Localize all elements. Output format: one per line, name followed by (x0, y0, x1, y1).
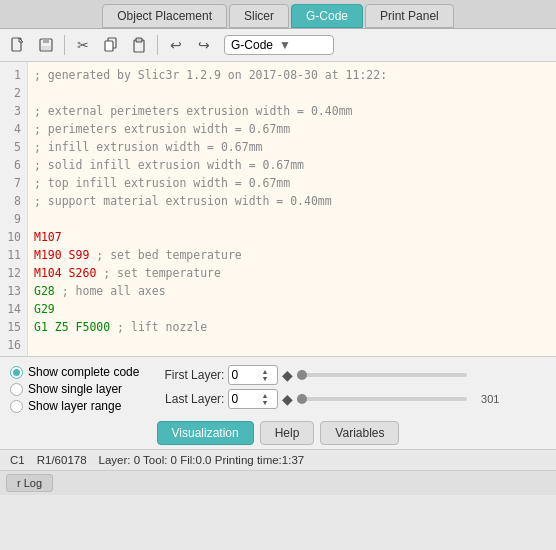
radio-single-btn[interactable] (10, 383, 23, 396)
code-content[interactable]: ; generated by Slic3r 1.2.9 on 2017-08-3… (28, 62, 556, 356)
undo-icon[interactable]: ↩ (164, 33, 188, 57)
status-bar: C1 R1/60178 Layer: 0 Tool: 0 Fil:0.0 Pri… (0, 449, 556, 470)
line-number: 8 (0, 192, 27, 210)
code-line[interactable]: ; external perimeters extrusion width = … (34, 102, 550, 120)
cursor-position: C1 (10, 454, 25, 466)
copy-icon[interactable] (99, 33, 123, 57)
code-line[interactable]: M190 S99 ; set bed temperature (34, 246, 550, 264)
paste-icon[interactable] (127, 33, 151, 57)
last-layer-arrows[interactable]: ▲ ▼ (261, 392, 268, 406)
code-editor[interactable]: 12345678910111213141516 ; generated by S… (0, 62, 556, 357)
first-layer-label: First Layer: (149, 368, 224, 382)
radio-group: Show complete code Show single layer Sho… (10, 365, 139, 413)
controls-row: Show complete code Show single layer Sho… (10, 365, 546, 413)
last-layer-diamond: ◆ (282, 391, 293, 407)
last-layer-label: Last Layer: (149, 392, 224, 406)
last-layer-slider[interactable] (297, 397, 467, 401)
line-number: 10 (0, 228, 27, 246)
radio-complete-btn[interactable] (10, 366, 23, 379)
first-layer-input[interactable] (231, 368, 261, 382)
layers-sliders: First Layer: ▲ ▼ ◆ Last Layer: ▲ (149, 365, 546, 409)
help-button[interactable]: Help (260, 421, 315, 445)
action-buttons: Visualization Help Variables (10, 421, 546, 445)
code-line[interactable]: G29 (34, 300, 550, 318)
last-layer-spinner[interactable]: ▲ ▼ (228, 389, 278, 409)
tab-slicer[interactable]: Slicer (229, 4, 289, 28)
code-line[interactable]: M104 S260 ; set temperature (34, 264, 550, 282)
save-icon[interactable] (34, 33, 58, 57)
radio-show-complete[interactable]: Show complete code (10, 365, 139, 379)
layer-info: Layer: 0 Tool: 0 Fil:0.0 Printing time:1… (99, 454, 305, 466)
code-line[interactable]: ; infill extrusion width = 0.67mm (34, 138, 550, 156)
variables-button[interactable]: Variables (320, 421, 399, 445)
log-button[interactable]: r Log (6, 474, 53, 492)
line-number: 1 (0, 66, 27, 84)
gcode-dropdown[interactable]: G-Code ▼ (224, 35, 334, 55)
code-line[interactable]: ; generated by Slic3r 1.2.9 on 2017-08-3… (34, 66, 550, 84)
dropdown-label: G-Code (231, 38, 279, 52)
code-line[interactable]: ; solid infill extrusion width = 0.67mm (34, 156, 550, 174)
code-line[interactable]: G28 ; home all axes (34, 282, 550, 300)
visualization-button[interactable]: Visualization (157, 421, 254, 445)
radio-show-range[interactable]: Show layer range (10, 399, 139, 413)
line-number: 15 (0, 318, 27, 336)
toolbar-separator-2 (157, 35, 158, 55)
first-layer-spinner[interactable]: ▲ ▼ (228, 365, 278, 385)
toolbar: ✂ ↩ ↪ G-Code ▼ (0, 29, 556, 62)
log-bar: r Log (0, 470, 556, 495)
radio-range-btn[interactable] (10, 400, 23, 413)
radio-show-single[interactable]: Show single layer (10, 382, 139, 396)
code-line[interactable]: ; support material extrusion width = 0.4… (34, 192, 550, 210)
bottom-panel: Show complete code Show single layer Sho… (0, 357, 556, 449)
first-layer-row: First Layer: ▲ ▼ ◆ (149, 365, 546, 385)
line-number: 16 (0, 336, 27, 354)
line-number: 12 (0, 264, 27, 282)
code-line[interactable]: ; perimeters extrusion width = 0.67mm (34, 120, 550, 138)
tab-bar: Object Placement Slicer G-Code Print Pan… (0, 0, 556, 29)
last-layer-row: Last Layer: ▲ ▼ ◆ 301 (149, 389, 546, 409)
code-line[interactable] (34, 336, 550, 354)
line-number: 4 (0, 120, 27, 138)
line-number: 11 (0, 246, 27, 264)
svg-rect-5 (105, 41, 113, 51)
radio-single-label: Show single layer (28, 382, 122, 396)
line-number: 6 (0, 156, 27, 174)
code-line[interactable] (34, 84, 550, 102)
code-line[interactable]: G1 Z5 F5000 ; lift nozzle (34, 318, 550, 336)
line-number: 3 (0, 102, 27, 120)
line-number: 13 (0, 282, 27, 300)
first-layer-slider[interactable] (297, 373, 467, 377)
line-number: 14 (0, 300, 27, 318)
code-line[interactable] (34, 210, 550, 228)
row-position: R1/60178 (37, 454, 87, 466)
redo-icon[interactable]: ↪ (192, 33, 216, 57)
new-file-icon[interactable] (6, 33, 30, 57)
radio-complete-label: Show complete code (28, 365, 139, 379)
code-line[interactable]: ; top infill extrusion width = 0.67mm (34, 174, 550, 192)
tab-print-panel[interactable]: Print Panel (365, 4, 454, 28)
first-layer-arrows[interactable]: ▲ ▼ (261, 368, 268, 382)
tab-gcode[interactable]: G-Code (291, 4, 363, 28)
svg-rect-2 (43, 39, 49, 43)
chevron-down-icon: ▼ (279, 38, 327, 52)
radio-range-label: Show layer range (28, 399, 121, 413)
line-number: 2 (0, 84, 27, 102)
toolbar-separator-1 (64, 35, 65, 55)
tab-object-placement[interactable]: Object Placement (102, 4, 227, 28)
line-number: 7 (0, 174, 27, 192)
code-line[interactable]: M107 (34, 228, 550, 246)
svg-rect-7 (136, 38, 142, 42)
svg-rect-3 (41, 46, 51, 50)
slider-max-value: 301 (471, 393, 499, 405)
line-numbers: 12345678910111213141516 (0, 62, 28, 356)
line-number: 5 (0, 138, 27, 156)
cut-icon[interactable]: ✂ (71, 33, 95, 57)
line-number: 9 (0, 210, 27, 228)
first-layer-diamond: ◆ (282, 367, 293, 383)
last-layer-input[interactable] (231, 392, 261, 406)
